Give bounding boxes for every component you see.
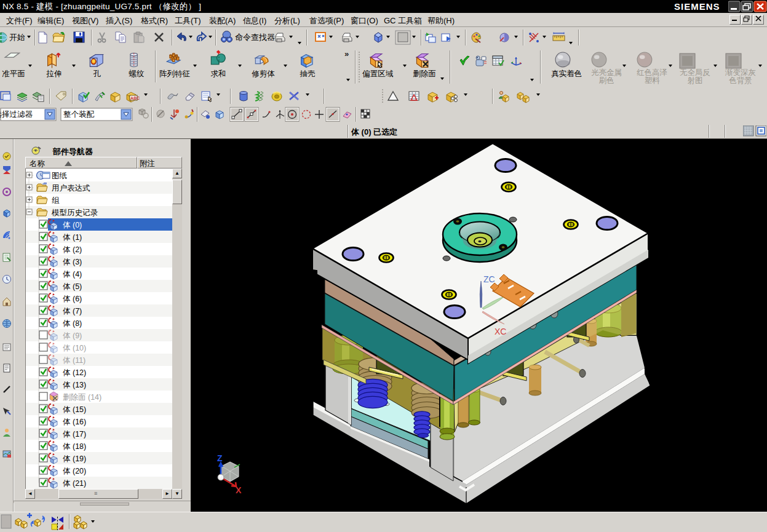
svg-text:ZC: ZC	[483, 274, 495, 284]
svg-text:XC: XC	[495, 327, 506, 336]
svg-text:Z: Z	[217, 453, 223, 463]
svg-text:X: X	[236, 485, 242, 495]
